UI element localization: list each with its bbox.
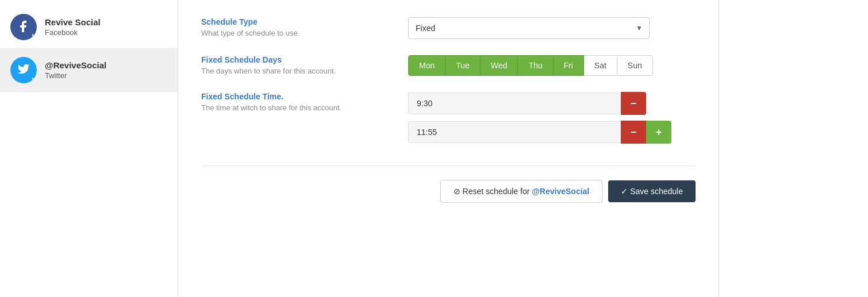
main-content: Schedule Type What type of schedule to u… [178,0,719,297]
twitter-account-sub: Twitter [45,71,106,80]
schedule-time-label-col: Fixed Schedule Time. The time at witch t… [201,92,408,112]
account-info-twitter: @ReviveSocial Twitter [45,60,106,80]
day-btn-thu[interactable]: Thu [517,55,553,76]
schedule-type-select[interactable]: Fixed Flexible [408,17,650,39]
right-panel [719,0,868,297]
day-btn-sat[interactable]: Sat [583,55,617,76]
sidebar-item-facebook[interactable]: f Revive Social Facebook [0,6,178,49]
schedule-time-desc: The time at witch to share for this acco… [201,103,391,112]
divider [201,165,696,166]
action-buttons: ⊘ Reset schedule for @ReviveSocial ✓ Sav… [201,180,696,203]
schedule-days-label-col: Fixed Schedule Days The days when to sha… [201,55,408,75]
avatar-facebook: f [10,14,37,40]
schedule-days-title: Fixed Schedule Days [201,55,391,64]
time-remove-btn-2[interactable]: − [621,121,646,144]
reset-schedule-button[interactable]: ⊘ Reset schedule for @ReviveSocial [440,180,603,203]
schedule-type-row: Schedule Type What type of schedule to u… [201,17,696,39]
schedule-type-control: Fixed Flexible ▼ [408,17,696,39]
schedule-days-row: Fixed Schedule Days The days when to sha… [201,55,696,76]
facebook-account-name: Revive Social [45,17,101,27]
facebook-icon [17,19,30,35]
time-row-2: − + [408,121,696,144]
save-schedule-button[interactable]: ✓ Save schedule [608,180,696,202]
schedule-type-label-col: Schedule Type What type of schedule to u… [201,17,408,37]
time-add-btn-2[interactable]: + [646,121,671,144]
schedule-type-title: Schedule Type [201,17,391,26]
ban-icon: ⊘ [454,187,460,196]
schedule-time-control: − − + [408,92,696,149]
twitter-account-name: @ReviveSocial [45,60,106,70]
reset-account-name: @ReviveSocial [532,187,589,196]
day-buttons-group: Mon Tue Wed Thu Fri Sat Sun [408,55,696,76]
sidebar: f Revive Social Facebook t @ReviveSocial… [0,0,178,297]
schedule-type-desc: What type of schedule to use. [201,29,391,37]
schedule-type-select-wrapper: Fixed Flexible ▼ [408,17,650,39]
time-input-2[interactable] [408,121,621,143]
day-btn-sun[interactable]: Sun [617,55,653,76]
twitter-badge: t [28,75,37,83]
facebook-account-sub: Facebook [45,28,101,37]
check-icon: ✓ [621,187,628,196]
avatar-twitter: t [10,57,37,83]
schedule-days-control: Mon Tue Wed Thu Fri Sat Sun [408,55,696,76]
save-label-text: Save schedule [630,187,683,196]
time-remove-btn-1[interactable]: − [621,92,646,115]
facebook-badge: f [28,32,37,40]
schedule-time-row: Fixed Schedule Time. The time at witch t… [201,92,696,149]
day-btn-mon[interactable]: Mon [408,55,445,76]
sidebar-item-twitter[interactable]: t @ReviveSocial Twitter [0,49,178,92]
time-row-1: − [408,92,696,115]
day-btn-wed[interactable]: Wed [480,55,519,76]
day-btn-tue[interactable]: Tue [445,55,481,76]
reset-label-text: Reset schedule for [463,187,532,196]
twitter-icon [17,63,30,78]
account-info-facebook: Revive Social Facebook [45,17,101,37]
schedule-time-title: Fixed Schedule Time. [201,92,391,101]
day-btn-fri[interactable]: Fri [553,55,584,76]
time-input-1[interactable] [408,92,621,114]
schedule-days-desc: The days when to share for this account. [201,67,391,75]
